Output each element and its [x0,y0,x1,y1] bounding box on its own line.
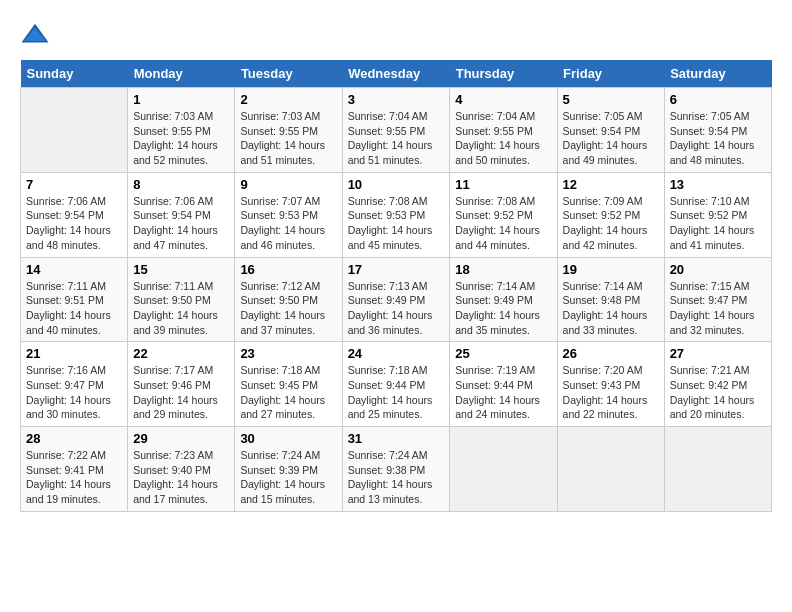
day-number: 30 [240,431,336,446]
day-info: Sunrise: 7:04 AMSunset: 9:55 PMDaylight:… [455,110,540,166]
calendar-cell: 23 Sunrise: 7:18 AMSunset: 9:45 PMDaylig… [235,342,342,427]
calendar-cell: 19 Sunrise: 7:14 AMSunset: 9:48 PMDaylig… [557,257,664,342]
logo [20,20,54,50]
calendar-cell: 25 Sunrise: 7:19 AMSunset: 9:44 PMDaylig… [450,342,557,427]
logo-icon [20,20,50,50]
day-info: Sunrise: 7:05 AMSunset: 9:54 PMDaylight:… [563,110,648,166]
calendar-cell: 29 Sunrise: 7:23 AMSunset: 9:40 PMDaylig… [128,427,235,512]
day-number: 29 [133,431,229,446]
calendar-cell: 12 Sunrise: 7:09 AMSunset: 9:52 PMDaylig… [557,172,664,257]
day-number: 11 [455,177,551,192]
day-info: Sunrise: 7:11 AMSunset: 9:50 PMDaylight:… [133,280,218,336]
day-number: 31 [348,431,445,446]
calendar-cell: 22 Sunrise: 7:17 AMSunset: 9:46 PMDaylig… [128,342,235,427]
day-number: 3 [348,92,445,107]
calendar-cell: 16 Sunrise: 7:12 AMSunset: 9:50 PMDaylig… [235,257,342,342]
calendar-cell [21,88,128,173]
day-number: 14 [26,262,122,277]
calendar-cell: 8 Sunrise: 7:06 AMSunset: 9:54 PMDayligh… [128,172,235,257]
day-info: Sunrise: 7:20 AMSunset: 9:43 PMDaylight:… [563,364,648,420]
calendar-cell: 26 Sunrise: 7:20 AMSunset: 9:43 PMDaylig… [557,342,664,427]
calendar-week-3: 14 Sunrise: 7:11 AMSunset: 9:51 PMDaylig… [21,257,772,342]
day-number: 26 [563,346,659,361]
day-info: Sunrise: 7:16 AMSunset: 9:47 PMDaylight:… [26,364,111,420]
calendar-week-5: 28 Sunrise: 7:22 AMSunset: 9:41 PMDaylig… [21,427,772,512]
day-info: Sunrise: 7:10 AMSunset: 9:52 PMDaylight:… [670,195,755,251]
day-number: 10 [348,177,445,192]
calendar-cell: 21 Sunrise: 7:16 AMSunset: 9:47 PMDaylig… [21,342,128,427]
day-info: Sunrise: 7:09 AMSunset: 9:52 PMDaylight:… [563,195,648,251]
calendar-cell: 10 Sunrise: 7:08 AMSunset: 9:53 PMDaylig… [342,172,450,257]
calendar-week-1: 1 Sunrise: 7:03 AMSunset: 9:55 PMDayligh… [21,88,772,173]
day-info: Sunrise: 7:12 AMSunset: 9:50 PMDaylight:… [240,280,325,336]
calendar-cell [557,427,664,512]
calendar-cell: 7 Sunrise: 7:06 AMSunset: 9:54 PMDayligh… [21,172,128,257]
day-number: 21 [26,346,122,361]
calendar-cell: 30 Sunrise: 7:24 AMSunset: 9:39 PMDaylig… [235,427,342,512]
day-number: 5 [563,92,659,107]
day-number: 18 [455,262,551,277]
day-number: 28 [26,431,122,446]
day-number: 25 [455,346,551,361]
day-info: Sunrise: 7:13 AMSunset: 9:49 PMDaylight:… [348,280,433,336]
day-number: 24 [348,346,445,361]
calendar-cell: 27 Sunrise: 7:21 AMSunset: 9:42 PMDaylig… [664,342,771,427]
calendar-week-4: 21 Sunrise: 7:16 AMSunset: 9:47 PMDaylig… [21,342,772,427]
page-header [20,20,772,50]
day-info: Sunrise: 7:14 AMSunset: 9:49 PMDaylight:… [455,280,540,336]
day-number: 16 [240,262,336,277]
day-number: 1 [133,92,229,107]
calendar-cell: 18 Sunrise: 7:14 AMSunset: 9:49 PMDaylig… [450,257,557,342]
calendar-cell: 11 Sunrise: 7:08 AMSunset: 9:52 PMDaylig… [450,172,557,257]
day-info: Sunrise: 7:22 AMSunset: 9:41 PMDaylight:… [26,449,111,505]
calendar-cell [450,427,557,512]
day-info: Sunrise: 7:23 AMSunset: 9:40 PMDaylight:… [133,449,218,505]
day-info: Sunrise: 7:03 AMSunset: 9:55 PMDaylight:… [240,110,325,166]
calendar-week-2: 7 Sunrise: 7:06 AMSunset: 9:54 PMDayligh… [21,172,772,257]
weekday-header-tuesday: Tuesday [235,60,342,88]
day-info: Sunrise: 7:07 AMSunset: 9:53 PMDaylight:… [240,195,325,251]
day-number: 13 [670,177,766,192]
day-info: Sunrise: 7:19 AMSunset: 9:44 PMDaylight:… [455,364,540,420]
weekday-header-monday: Monday [128,60,235,88]
calendar-cell: 5 Sunrise: 7:05 AMSunset: 9:54 PMDayligh… [557,88,664,173]
day-info: Sunrise: 7:18 AMSunset: 9:44 PMDaylight:… [348,364,433,420]
calendar-cell: 14 Sunrise: 7:11 AMSunset: 9:51 PMDaylig… [21,257,128,342]
weekday-header-friday: Friday [557,60,664,88]
day-info: Sunrise: 7:06 AMSunset: 9:54 PMDaylight:… [26,195,111,251]
day-info: Sunrise: 7:05 AMSunset: 9:54 PMDaylight:… [670,110,755,166]
calendar-cell: 15 Sunrise: 7:11 AMSunset: 9:50 PMDaylig… [128,257,235,342]
weekday-header-wednesday: Wednesday [342,60,450,88]
calendar-cell: 24 Sunrise: 7:18 AMSunset: 9:44 PMDaylig… [342,342,450,427]
day-info: Sunrise: 7:06 AMSunset: 9:54 PMDaylight:… [133,195,218,251]
day-number: 17 [348,262,445,277]
day-info: Sunrise: 7:14 AMSunset: 9:48 PMDaylight:… [563,280,648,336]
day-number: 4 [455,92,551,107]
calendar-cell: 28 Sunrise: 7:22 AMSunset: 9:41 PMDaylig… [21,427,128,512]
weekday-header-saturday: Saturday [664,60,771,88]
calendar-cell: 2 Sunrise: 7:03 AMSunset: 9:55 PMDayligh… [235,88,342,173]
day-number: 12 [563,177,659,192]
calendar-cell: 1 Sunrise: 7:03 AMSunset: 9:55 PMDayligh… [128,88,235,173]
day-info: Sunrise: 7:17 AMSunset: 9:46 PMDaylight:… [133,364,218,420]
day-number: 15 [133,262,229,277]
calendar-cell: 13 Sunrise: 7:10 AMSunset: 9:52 PMDaylig… [664,172,771,257]
calendar-cell: 3 Sunrise: 7:04 AMSunset: 9:55 PMDayligh… [342,88,450,173]
calendar-cell: 9 Sunrise: 7:07 AMSunset: 9:53 PMDayligh… [235,172,342,257]
day-info: Sunrise: 7:15 AMSunset: 9:47 PMDaylight:… [670,280,755,336]
day-number: 8 [133,177,229,192]
day-number: 19 [563,262,659,277]
calendar-cell: 31 Sunrise: 7:24 AMSunset: 9:38 PMDaylig… [342,427,450,512]
day-info: Sunrise: 7:24 AMSunset: 9:39 PMDaylight:… [240,449,325,505]
day-number: 6 [670,92,766,107]
calendar-cell: 20 Sunrise: 7:15 AMSunset: 9:47 PMDaylig… [664,257,771,342]
calendar-cell: 4 Sunrise: 7:04 AMSunset: 9:55 PMDayligh… [450,88,557,173]
day-number: 2 [240,92,336,107]
weekday-header-thursday: Thursday [450,60,557,88]
day-number: 7 [26,177,122,192]
day-info: Sunrise: 7:18 AMSunset: 9:45 PMDaylight:… [240,364,325,420]
day-number: 22 [133,346,229,361]
calendar-cell: 6 Sunrise: 7:05 AMSunset: 9:54 PMDayligh… [664,88,771,173]
day-number: 20 [670,262,766,277]
day-info: Sunrise: 7:24 AMSunset: 9:38 PMDaylight:… [348,449,433,505]
